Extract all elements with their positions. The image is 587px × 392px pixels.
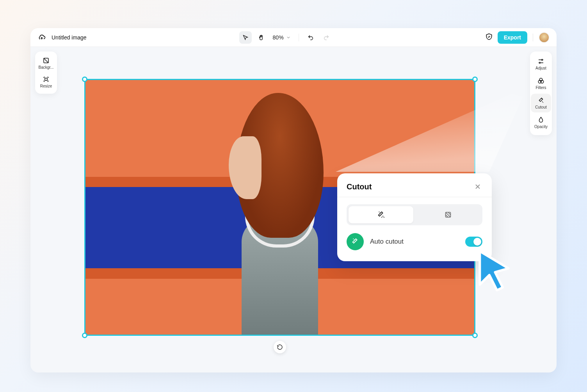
right-tool-panel: Adjust Filters Cutout Opacity <box>530 52 552 135</box>
svg-rect-1 <box>45 78 47 80</box>
tool-filters[interactable]: Filters <box>531 74 551 93</box>
opacity-icon <box>537 116 544 123</box>
adjust-icon <box>537 58 544 65</box>
divider <box>337 197 492 197</box>
redo-button[interactable] <box>320 31 333 44</box>
selection-handle-se[interactable] <box>472 333 478 338</box>
tool-resize[interactable]: Resize <box>36 73 56 91</box>
selection-handle-ne[interactable] <box>472 77 478 82</box>
zoom-dropdown[interactable]: 80% <box>270 34 293 41</box>
close-icon <box>474 183 482 191</box>
zoom-value: 80% <box>273 34 284 41</box>
left-tool-panel: Backgr... Resize <box>35 52 57 94</box>
filters-icon <box>537 77 544 84</box>
auto-cutout-label: Auto cutout <box>370 238 459 246</box>
auto-cutout-toggle[interactable] <box>465 237 482 247</box>
export-button[interactable]: Export <box>498 31 527 44</box>
background-icon <box>43 57 50 64</box>
divider <box>299 34 299 41</box>
cutout-popup: Cutout Auto cutout <box>337 173 492 261</box>
magic-wand-icon <box>351 237 359 246</box>
topbar: Untitled image 80% <box>30 28 557 47</box>
tool-label: Opacity <box>534 125 548 129</box>
document-title[interactable]: Untitled image <box>52 34 87 41</box>
shield-icon[interactable] <box>485 33 493 42</box>
popup-title: Cutout <box>347 182 372 191</box>
tool-label: Cutout <box>535 105 546 109</box>
topbar-center-tools: 80% <box>92 31 480 44</box>
tool-label: Adjust <box>535 66 546 70</box>
hand-tool[interactable] <box>255 31 267 44</box>
cloud-icon[interactable] <box>37 33 46 42</box>
cutout-icon <box>537 97 544 104</box>
resize-icon <box>43 76 50 83</box>
cutout-mode-segment <box>347 204 482 225</box>
auto-cutout-row: Auto cutout <box>347 233 482 250</box>
topbar-right: Export <box>485 31 550 44</box>
close-button[interactable] <box>473 182 482 191</box>
selection-handle-nw[interactable] <box>82 77 87 82</box>
tool-background[interactable]: Backgr... <box>36 55 56 72</box>
segment-manual[interactable] <box>416 206 480 223</box>
rotate-handle[interactable] <box>274 341 286 353</box>
pointer-tool[interactable] <box>239 31 252 44</box>
segment-auto[interactable] <box>349 206 413 223</box>
magic-wand-icon <box>377 210 385 219</box>
divider <box>533 34 533 41</box>
tool-cutout[interactable]: Cutout <box>531 94 551 112</box>
tool-opacity[interactable]: Opacity <box>531 113 551 132</box>
avatar[interactable] <box>539 32 550 43</box>
eraser-icon <box>444 210 452 219</box>
tool-label: Resize <box>40 84 52 88</box>
chevron-down-icon <box>286 35 291 40</box>
undo-button[interactable] <box>304 31 317 44</box>
tool-label: Backgr... <box>39 65 54 69</box>
auto-cutout-badge <box>347 233 364 250</box>
selection-handle-sw[interactable] <box>82 333 87 338</box>
tool-label: Filters <box>535 86 546 90</box>
tool-adjust[interactable]: Adjust <box>531 55 551 73</box>
rotate-icon <box>277 344 283 350</box>
